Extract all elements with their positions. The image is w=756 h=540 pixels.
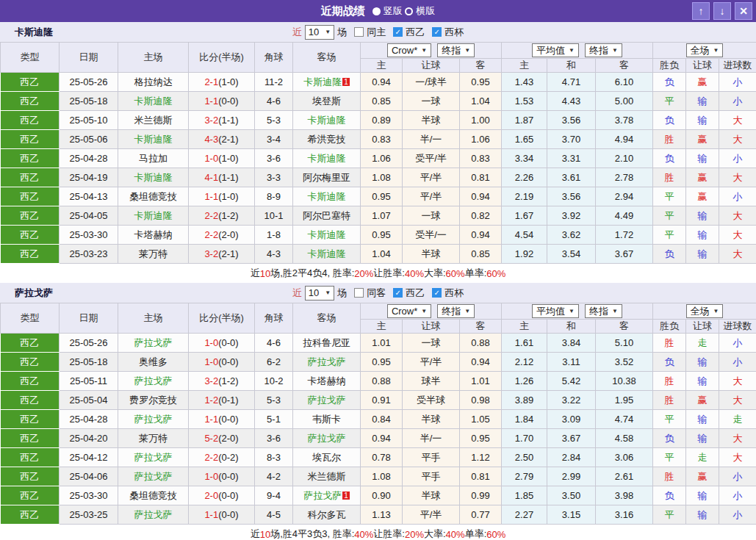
- result-cell: 胜: [653, 334, 686, 353]
- corner-cell: 8-9: [255, 187, 293, 206]
- same-venue-checkbox[interactable]: [354, 27, 364, 37]
- full-match-select[interactable]: 全场▼: [686, 304, 724, 318]
- match-count-select[interactable]: 10▼: [305, 25, 334, 40]
- average-odds-select[interactable]: 平均值▼: [532, 304, 579, 318]
- away-team-cell: 萨拉戈萨: [293, 353, 361, 372]
- score-cell: 1-1(1-0): [189, 187, 255, 206]
- goals-result-cell: 大: [719, 130, 756, 149]
- chevron-down-icon: ▼: [325, 29, 331, 35]
- full-match-select[interactable]: 全场▼: [686, 43, 724, 57]
- avg-home-cell: 3.89: [502, 391, 547, 410]
- crow-odds-select[interactable]: Crow*▼: [387, 304, 431, 318]
- corner-cell: 4-6: [255, 92, 293, 111]
- match-row: 西乙25-04-28马拉加1-0(1-0)3-6卡斯迪隆1.06受平/半0.83…: [1, 149, 756, 168]
- avg-draw-cell: 3.61: [547, 168, 596, 187]
- goals-result-cell: 小: [719, 486, 756, 505]
- same-venue-checkbox[interactable]: [354, 288, 364, 298]
- type-cell: 西乙: [1, 391, 60, 410]
- date-cell: 25-05-18: [60, 353, 118, 372]
- radio-label: 横版: [416, 4, 435, 18]
- final-odds-select[interactable]: 终指▼: [437, 43, 475, 57]
- goals-result-cell: 小: [719, 149, 756, 168]
- avg-draw-cell: 3.84: [547, 334, 596, 353]
- match-row: 西乙25-04-28萨拉戈萨1-1(0-0)5-1韦斯卡0.84半球1.051.…: [1, 410, 756, 429]
- team-section: 卡斯迪隆 近 10▼ 场 同主 西乙 西杯 类型日期主场比分(半场)角球客场Cr…: [0, 22, 756, 283]
- handicap-result-cell: 输: [686, 410, 719, 429]
- close-button[interactable]: ✕: [735, 2, 752, 20]
- home-team-cell: 萨拉戈萨: [118, 467, 189, 486]
- type-cell: 西乙: [1, 226, 60, 245]
- score-cell: 2-2(0-2): [189, 448, 255, 467]
- subcol-avg-draw: 和: [547, 59, 596, 73]
- league-checkbox[interactable]: [393, 27, 403, 37]
- cup-checkbox[interactable]: [432, 27, 442, 37]
- avg-draw-cell: 3.62: [547, 226, 596, 245]
- subcol-home: 主: [361, 320, 403, 334]
- avg-home-cell: 1.26: [502, 372, 547, 391]
- home-odds-cell: 1.08: [361, 467, 403, 486]
- avg-away-cell: 4.94: [596, 130, 653, 149]
- date-cell: 25-04-28: [60, 149, 118, 168]
- layout-radio-horizontal[interactable]: 横版: [405, 4, 435, 18]
- final-odds-select[interactable]: 终指▼: [437, 304, 475, 318]
- avg-away-cell: 1.95: [596, 391, 653, 410]
- handicap-cell: 半球: [403, 111, 460, 130]
- chevron-down-icon: ▼: [421, 308, 427, 314]
- match-row: 西乙25-03-30桑坦德竞技2-0(0-0)9-4萨拉戈萨10.90半球0.9…: [1, 486, 756, 505]
- avg-away-cell: 5.10: [596, 334, 653, 353]
- corner-cell: 10-1: [255, 206, 293, 226]
- score-cell: 1-2(0-1): [189, 391, 255, 410]
- subcol-away: 客: [460, 320, 502, 334]
- final-odds-select-2[interactable]: 终指▼: [585, 43, 622, 57]
- handicap-cell: 半球: [403, 245, 460, 264]
- layout-radio-vertical[interactable]: 竖版: [372, 4, 403, 18]
- home-team-cell: 卡塔赫纳: [118, 226, 189, 245]
- move-up-button[interactable]: ↑: [692, 2, 710, 20]
- away-odds-cell: 1.05: [460, 410, 502, 429]
- subcol-result: 胜负: [653, 320, 686, 334]
- recent-label: 近: [292, 26, 302, 39]
- avg-away-cell: 3.98: [596, 486, 653, 505]
- away-team-cell: 萨拉戈萨: [293, 391, 361, 410]
- average-odds-select[interactable]: 平均值▼: [532, 43, 579, 57]
- avg-away-cell: 4.58: [596, 429, 653, 448]
- result-cell: 胜: [653, 130, 686, 149]
- league-checkbox[interactable]: [393, 288, 403, 298]
- same-venue-checkbox-label: 同客: [367, 287, 386, 300]
- away-team-cell: 卡塔赫纳: [293, 372, 361, 391]
- away-odds-cell: 0.81: [460, 168, 502, 187]
- match-count-select[interactable]: 10▼: [305, 286, 334, 300]
- handicap-cell: 一球: [403, 334, 460, 353]
- avg-home-cell: 2.12: [502, 353, 547, 372]
- avg-home-cell: 2.50: [502, 448, 547, 467]
- move-down-button[interactable]: ↓: [713, 2, 731, 20]
- type-cell: 西乙: [1, 334, 60, 353]
- final-odds-select-2[interactable]: 终指▼: [585, 304, 622, 318]
- away-odds-cell: 1.12: [460, 448, 502, 467]
- handicap-cell: 平/半: [403, 505, 460, 525]
- league-checkbox-label: 西乙: [406, 26, 425, 39]
- away-team-cell: 卡斯迪隆: [293, 111, 361, 130]
- goals-result-cell: 大: [719, 245, 756, 264]
- avg-draw-cell: 3.22: [547, 391, 596, 410]
- avg-away-cell: 1.72: [596, 226, 653, 245]
- crow-odds-select[interactable]: Crow*▼: [387, 43, 431, 57]
- corner-cell: 4-2: [255, 467, 293, 486]
- col-away: 客场: [293, 303, 361, 334]
- away-odds-cell: 0.95: [460, 73, 502, 92]
- away-team-cell: 卡斯迪隆: [293, 149, 361, 168]
- matches-label: 场: [337, 26, 347, 39]
- type-cell: 西乙: [1, 467, 60, 486]
- result-cell: 负: [653, 486, 686, 505]
- corner-cell: 3-6: [255, 429, 293, 448]
- result-cell: 负: [653, 353, 686, 372]
- handicap-cell: 一/球半: [403, 73, 460, 92]
- same-venue-checkbox-label: 同主: [367, 26, 386, 39]
- home-odds-cell: 0.90: [361, 486, 403, 505]
- goals-result-cell: 小: [719, 92, 756, 111]
- avg-home-cell: 1.85: [502, 486, 547, 505]
- cup-checkbox[interactable]: [432, 288, 442, 298]
- corner-cell: 5-1: [255, 410, 293, 429]
- goals-result-cell: 大: [719, 372, 756, 391]
- chevron-down-icon: ▼: [612, 47, 618, 54]
